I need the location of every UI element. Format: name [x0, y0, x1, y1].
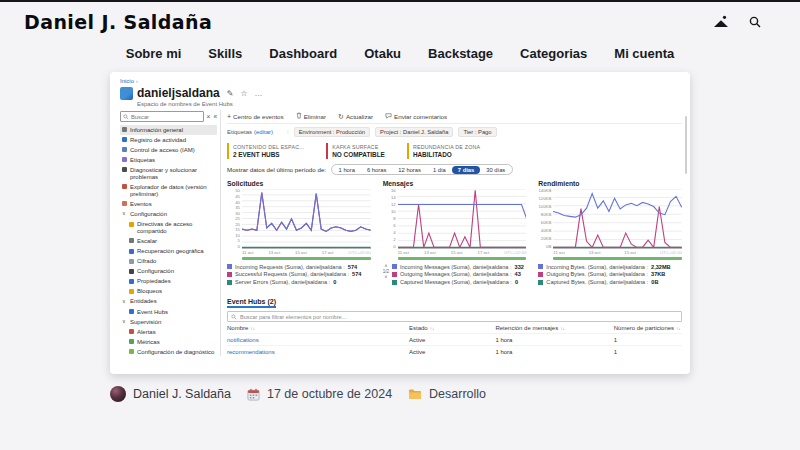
tile-value: HABILITADO	[413, 151, 480, 158]
nav-link-mi-cuenta[interactable]: Mi cuenta	[614, 46, 674, 61]
chart-brush-bar[interactable]	[398, 257, 527, 260]
period-pill-30-dias[interactable]: 30 días	[480, 166, 511, 174]
edit-tags-link[interactable]: (editar)	[254, 129, 273, 135]
table-filter-input[interactable]: Buscar para filtrar elementos por nombre…	[227, 311, 682, 322]
legend-series-name: Server Errors (Suma), danieljsaldana :	[235, 279, 330, 285]
column-header-numero-de-particiones[interactable]: Número de particiones↑↓	[614, 325, 682, 331]
chart-brush-bar[interactable]	[242, 257, 371, 260]
main-nav: Sobre miSkillsDashboardOtakuBackstageCat…	[0, 46, 800, 61]
legend-swatch	[538, 280, 543, 285]
sidebar-item-label: Información general	[130, 127, 183, 134]
favorite-icon[interactable]: ☆	[240, 89, 247, 98]
nav-link-dashboard[interactable]: Dashboard	[269, 46, 337, 61]
sidebar-item-bloqueos[interactable]: Bloqueos	[120, 287, 217, 297]
sidebar-item-entidades[interactable]: ∨Entidades	[120, 297, 217, 307]
chart-canvas	[242, 189, 371, 249]
cell-partitions: 1	[614, 349, 682, 355]
sidebar-item-alertas[interactable]: Alertas	[120, 327, 217, 337]
toolbar-button-centro-de-eventos[interactable]: +Centro de eventos	[227, 113, 284, 120]
sidebar-item-control-de-acceso-iam[interactable]: Control de acceso (IAM)	[120, 145, 217, 155]
encryption-icon	[129, 259, 134, 264]
column-header-retencion-de-mensajes[interactable]: Retención de mensajes↑↓	[495, 325, 613, 331]
nav-link-sobre-mi[interactable]: Sobre mi	[126, 46, 182, 61]
y-tick-label: 20KB	[541, 237, 552, 241]
sidebar-item-eventos[interactable]: Eventos	[120, 199, 217, 209]
period-pill-12-horas[interactable]: 12 horas	[392, 166, 427, 174]
column-header-estado[interactable]: Estado↑↓	[409, 325, 495, 331]
sidebar-item-label: Configuración de diagnóstico	[137, 349, 214, 356]
sidebar-item-etiquetas[interactable]: Etiquetas	[120, 155, 217, 165]
author-name[interactable]: Daniel J. Saldaña	[133, 387, 231, 401]
sidebar-item-label: Supervisión	[130, 319, 161, 326]
period-pill-7-dias[interactable]: 7 días	[452, 166, 480, 174]
scrollbar[interactable]	[685, 116, 688, 174]
site-logo[interactable]: Daniel J. Saldaña	[24, 11, 212, 33]
legend-series-name: Captured Messages (Suma), danieljsaldana…	[400, 279, 512, 285]
y-tick-label: 35	[235, 206, 240, 210]
cell-retention: 1 hora	[495, 337, 613, 343]
chevron-down-icon[interactable]: ∨	[384, 274, 387, 280]
legend-series-value: 43	[515, 271, 521, 277]
tab-event-hubs[interactable]: Event Hubs (2)	[227, 298, 276, 308]
avatar	[110, 386, 126, 402]
sidebar-item-event-hubs[interactable]: Event Hubs	[120, 307, 217, 317]
y-tick-label: 4	[393, 231, 395, 235]
chart-brush-bar[interactable]	[553, 257, 682, 260]
sidebar-item-label: Escalar	[137, 238, 157, 245]
sidebar-item-cifrado[interactable]: Cifrado	[120, 257, 217, 267]
sidebar-item-configuracion-de-diagnostico[interactable]: Configuración de diagnóstico	[120, 347, 217, 356]
edit-icon[interactable]: ✎	[227, 89, 234, 98]
event-hub-link[interactable]: recommendations	[227, 349, 409, 355]
sidebar-item-recuperacion-geografica[interactable]: Recuperación geográfica	[120, 246, 217, 256]
sidebar-item-registro-de-actividad[interactable]: Registro de actividad	[120, 135, 217, 145]
tag-badge[interactable]: Environment : Producción	[294, 127, 370, 137]
nav-link-categorias[interactable]: Categorias	[520, 46, 587, 61]
tag-badge[interactable]: Project : Daniel J. Saldaña	[375, 127, 453, 137]
clear-search-icon[interactable]: ×	[207, 113, 211, 120]
breadcrumb-home-link[interactable]: Inicio	[120, 78, 134, 84]
sidebar-item-configuracion[interactable]: ∨Configuración	[120, 209, 217, 219]
period-pill-1-hora[interactable]: 1 hora	[333, 166, 361, 174]
tag-badge[interactable]: Tier : Pago	[458, 127, 496, 137]
nav-link-otaku[interactable]: Otaku	[364, 46, 401, 61]
toolbar-button-enviar-comentarios[interactable]: Enviar comentarios	[385, 113, 447, 120]
post-meta: Daniel J. Saldaña 17 de octubre de 2024 …	[110, 386, 690, 402]
legend-series-name: Successful Requests (Suma), danieljsalda…	[235, 271, 349, 277]
toolbar-button-eliminar[interactable]: Eliminar	[296, 112, 326, 120]
sidebar-item-diagnosticar-y-solucionar-problemas[interactable]: Diagnosticar y solucionar problemas	[120, 165, 217, 182]
search-icon[interactable]	[748, 15, 762, 29]
post-category[interactable]: Desarrollo	[429, 387, 486, 401]
nav-link-skills[interactable]: Skills	[208, 46, 242, 61]
legend-swatch	[227, 264, 232, 269]
sidebar-item-label: Etiquetas	[130, 157, 155, 164]
sidebar-item-informacion-general[interactable]: Información general	[120, 125, 217, 135]
legend-rows: Incoming Requests (Suma), danieljsaldana…	[227, 262, 371, 287]
legend-swatch	[392, 272, 397, 277]
collapse-sidebar-icon[interactable]: «	[213, 113, 217, 120]
sidebar-item-metricas[interactable]: Métricas	[120, 337, 217, 347]
legend-swatch	[538, 264, 543, 269]
y-tick-label: 45	[235, 195, 240, 199]
diagnose-icon	[122, 167, 127, 172]
sidebar-item-label: Métricas	[137, 339, 160, 346]
period-pill-6-horas[interactable]: 6 horas	[361, 166, 392, 174]
event-hub-link[interactable]: notifications	[227, 337, 409, 343]
sidebar-search-placeholder: Buscar	[131, 114, 149, 120]
sidebar-item-escalar[interactable]: Escalar	[120, 236, 217, 246]
legend-series-name: Incoming Messages (Suma), danieljsaldana…	[400, 264, 512, 270]
column-header-nombre[interactable]: Nombre↑↓	[227, 325, 409, 331]
sidebar-item-supervision[interactable]: ∨Supervisión	[120, 317, 217, 327]
cell-status: Active	[409, 337, 495, 343]
sidebar-item-propiedades[interactable]: Propiedades	[120, 277, 217, 287]
tile-caption: CONTENIDO DEL ESPAC...	[233, 144, 304, 150]
sidebar-item-configuracion[interactable]: Configuración	[120, 267, 217, 277]
mountain-icon[interactable]	[712, 15, 730, 29]
more-icon[interactable]: …	[255, 89, 263, 98]
column-header-label: Estado	[409, 325, 428, 331]
period-pill-1-dia[interactable]: 1 día	[427, 166, 452, 174]
sidebar-search-input[interactable]: Buscar	[120, 111, 204, 122]
sidebar-item-directivas-de-acceso-compartido[interactable]: Directivas de acceso compartido	[120, 219, 217, 236]
nav-link-backstage[interactable]: Backstage	[428, 46, 493, 61]
toolbar-button-actualizar[interactable]: ↻Actualizar	[338, 113, 373, 120]
sidebar-item-explorador-de-datos-version-preliminar[interactable]: Explorador de datos (versión preliminar)	[120, 182, 217, 199]
